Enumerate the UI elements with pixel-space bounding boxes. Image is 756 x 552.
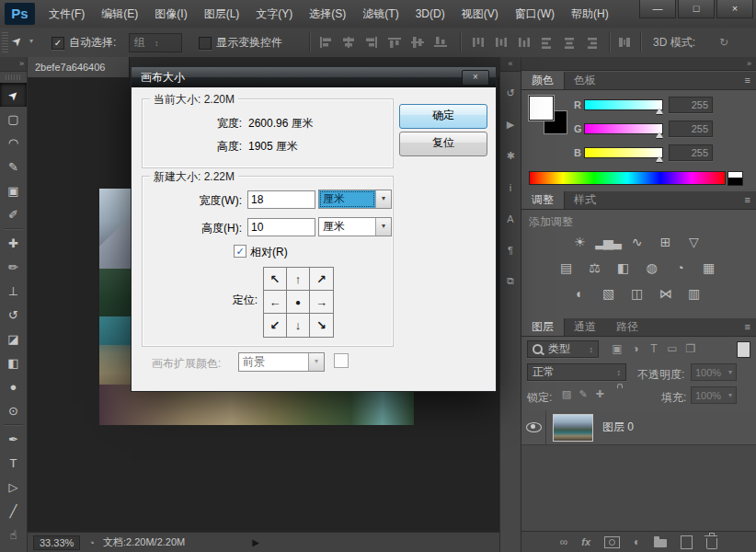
show-transform-checkbox[interactable] [199, 37, 212, 50]
extension-color-swatch[interactable] [334, 353, 349, 368]
dropdown-arrow-icon[interactable]: ▾ [375, 190, 391, 208]
link-layers-icon[interactable]: ∞ [560, 535, 568, 548]
vibrance-icon[interactable]: ▽ [685, 234, 701, 249]
blur-tool[interactable]: ● [0, 374, 27, 398]
anchor-right[interactable]: → [310, 291, 333, 314]
rectangular-marquee-tool[interactable]: ▢ [0, 107, 27, 131]
threshold-icon[interactable]: ◫ [628, 285, 644, 301]
layer-thumbnail[interactable] [553, 414, 593, 442]
brush-tool[interactable]: ✏ [0, 255, 27, 279]
menu-window[interactable]: 窗口(W) [507, 0, 563, 28]
pen-tool[interactable]: ✒ [0, 427, 27, 451]
tool-preset-caret-icon[interactable]: ▾ [29, 37, 33, 45]
black-white-icon[interactable]: ◧ [614, 259, 630, 275]
quick-selection-tool[interactable]: ✎ [0, 155, 27, 178]
black-ramp-swatch[interactable] [727, 178, 743, 186]
character-panel-icon[interactable]: A [500, 209, 521, 228]
distribute-left-edges-icon[interactable] [540, 36, 556, 49]
menu-image[interactable]: 图像(I) [146, 0, 195, 28]
maximize-icon[interactable]: □ [678, 0, 715, 18]
selective-color-icon[interactable]: ⋈ [657, 285, 672, 301]
blue-value-field[interactable]: 255 [669, 144, 713, 161]
3d-rotate-mode-icon[interactable]: ↻ [719, 28, 728, 57]
invert-icon[interactable]: ◐ [571, 285, 587, 301]
ok-button[interactable]: 确定 [399, 104, 487, 129]
anchor-bottom[interactable]: ↓ [287, 314, 310, 337]
brightness-contrast-icon[interactable]: ☀ [571, 234, 587, 249]
properties-panel-icon[interactable]: ✱ [500, 146, 521, 166]
panel-menu-icon[interactable]: ≡ [745, 318, 750, 336]
zoom-level-field[interactable]: 33.33% [33, 535, 80, 550]
lock-move-icon[interactable]: ✚ [591, 388, 608, 400]
fill-field[interactable]: 100% ▾ [691, 386, 737, 404]
red-value-field[interactable]: 255 [669, 97, 713, 113]
distribute-vertical-centers-icon[interactable] [494, 36, 510, 49]
minimize-icon[interactable]: — [639, 0, 676, 18]
align-vertical-centers-icon[interactable] [410, 36, 426, 49]
layer-name[interactable]: 图层 0 [602, 410, 634, 444]
layer-filtering-toggle[interactable] [737, 341, 750, 358]
width-unit-dropdown[interactable]: 厘米 ▾ [318, 190, 392, 209]
align-top-edges-icon[interactable] [387, 36, 403, 49]
color-balance-icon[interactable]: ⚖ [586, 259, 601, 275]
info-panel-icon[interactable]: i [500, 178, 521, 197]
lock-all-icon[interactable] [608, 388, 624, 400]
eyedropper-tool[interactable]: ✐ [0, 202, 27, 226]
strip-expand-icon[interactable]: « [500, 57, 521, 72]
distribute-spacing-icon[interactable] [617, 36, 633, 49]
align-horizontal-centers-icon[interactable] [341, 36, 357, 49]
menu-select[interactable]: 选择(S) [301, 0, 354, 28]
levels-icon[interactable]: ▂▅▃ [600, 234, 615, 249]
photo-filter-icon[interactable]: ◍ [643, 259, 659, 275]
lock-paint-icon[interactable]: ✎ [575, 388, 591, 400]
hand-tool[interactable]: ☝ [0, 523, 27, 546]
blue-slider[interactable] [584, 147, 663, 158]
filter-shape-layers-icon[interactable]: ▭ [663, 342, 682, 355]
tab-layers[interactable]: 图层 [521, 318, 564, 336]
spot-healing-brush-tool[interactable]: ✚ [0, 231, 27, 255]
red-slider[interactable] [584, 99, 663, 110]
posterize-icon[interactable]: ▧ [600, 285, 615, 301]
layer-style-icon[interactable]: fx [581, 536, 590, 547]
tab-swatches[interactable]: 色板 [564, 72, 606, 89]
layer-visibility-toggle[interactable] [521, 410, 546, 444]
crop-tool[interactable]: ▣ [0, 178, 27, 202]
distribute-horizontal-centers-icon[interactable] [563, 36, 578, 49]
hue-saturation-icon[interactable]: ▤ [557, 259, 573, 275]
menu-file[interactable]: 文件(F) [40, 0, 93, 28]
dialog-title-bar[interactable]: 画布大小 × [132, 67, 496, 87]
move-tool-preset-icon[interactable]: ➤ [8, 32, 25, 49]
anchor-top-right[interactable]: ↗ [310, 268, 333, 291]
gradient-tool[interactable]: ◧ [0, 351, 27, 374]
menu-filter[interactable]: 滤镜(T) [354, 0, 407, 28]
anchor-bottom-right[interactable]: ↘ [310, 314, 333, 337]
canvas-height-input[interactable] [247, 218, 315, 236]
lasso-tool[interactable]: ◠ [0, 131, 27, 155]
options-grip[interactable] [2, 32, 8, 52]
add-layer-mask-icon[interactable] [604, 536, 620, 548]
close-icon[interactable]: × [716, 0, 753, 18]
blend-mode-dropdown[interactable]: 正常 ↕ [527, 363, 626, 381]
dock-collapse-icon[interactable]: » [521, 57, 756, 71]
toolbox-grip[interactable] [6, 75, 21, 80]
color-lookup-icon[interactable]: ▦ [700, 259, 716, 275]
exposure-icon[interactable]: ⊞ [657, 234, 672, 249]
line-tool[interactable]: ╱ [0, 499, 27, 523]
filter-pixel-layers-icon[interactable]: ▣ [608, 342, 626, 355]
status-flyout-icon[interactable]: ▶ [252, 537, 259, 547]
height-unit-dropdown[interactable]: 厘米 ▾ [318, 217, 392, 236]
history-brush-tool[interactable]: ↺ [0, 303, 27, 327]
curves-icon[interactable]: ∿ [628, 234, 644, 249]
auto-select-checkbox[interactable]: ✓ [52, 37, 64, 50]
channel-mixer-icon[interactable]: ◔ [671, 259, 687, 275]
dialog-close-icon[interactable]: × [462, 70, 489, 86]
type-tool[interactable]: T [0, 451, 27, 475]
gradient-map-icon[interactable]: ▥ [685, 285, 701, 301]
blue-slider-handle-icon[interactable] [656, 155, 663, 162]
filter-adjustment-layers-icon[interactable]: ◑ [626, 342, 645, 355]
menu-view[interactable]: 视图(V) [453, 0, 507, 28]
path-selection-tool[interactable]: ▷ [0, 475, 27, 499]
tab-color[interactable]: 颜色 [521, 72, 564, 89]
tab-channels[interactable]: 通道 [564, 318, 606, 336]
anchor-center[interactable]: ● [287, 291, 310, 314]
